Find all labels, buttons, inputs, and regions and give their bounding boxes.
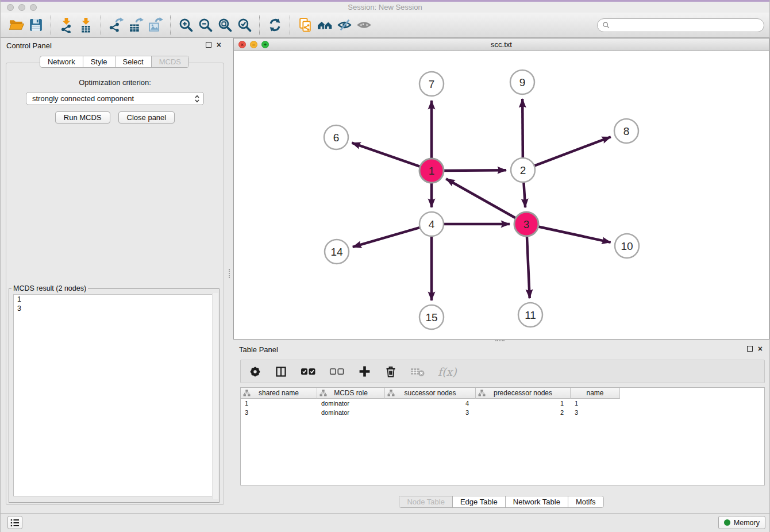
tab-edge-table[interactable]: Edge Table [453, 496, 506, 507]
zoom-out-button[interactable] [195, 15, 215, 36]
search-input[interactable] [613, 21, 759, 30]
network-window-titlebar: × − + scc.txt [234, 38, 769, 51]
zoom-selected-button[interactable] [234, 15, 254, 36]
network-window-title: scc.txt [234, 40, 769, 49]
graph-edge-2-8[interactable] [533, 137, 611, 166]
tab-select[interactable]: Select [116, 56, 152, 67]
column-header-shared-name[interactable]: shared name [241, 388, 317, 399]
delete-table-button[interactable] [410, 363, 425, 380]
delete-column-button[interactable] [384, 363, 397, 380]
tab-mcds[interactable]: MCDS [152, 56, 188, 67]
mcds-result-list[interactable]: 13 [13, 294, 215, 496]
graph-node-label: 1 [429, 165, 435, 177]
graph-node-label: 14 [330, 246, 343, 258]
splitter-handle[interactable] [229, 269, 232, 278]
table-cell: dominator [317, 399, 385, 408]
apply-function-button[interactable]: f(x) [438, 363, 457, 380]
zoom-out-icon [198, 17, 213, 33]
tab-node-table[interactable]: Node Table [399, 496, 453, 507]
select-all-rows-button[interactable] [301, 363, 316, 380]
memory-button[interactable]: Memory [718, 516, 765, 529]
open-session-button[interactable] [6, 15, 26, 36]
import-network-button[interactable] [56, 15, 76, 36]
column-tree-icon [243, 390, 251, 396]
graph-node-label: 15 [425, 311, 437, 323]
graph-edge-1-6[interactable] [352, 143, 421, 167]
toolbar-separator [170, 16, 171, 35]
export-image-icon [148, 17, 163, 33]
export-table-button[interactable] [126, 15, 145, 36]
graph-edge-3-1[interactable] [446, 179, 517, 218]
mcds-result-item: 1 [14, 295, 214, 304]
graph-node-label: 11 [525, 309, 536, 321]
clone-network-button[interactable] [295, 15, 315, 36]
export-image-button[interactable] [145, 15, 165, 36]
table-panel-float-icon[interactable] [747, 346, 753, 352]
toggle-column-panel-button[interactable] [275, 363, 287, 380]
houses-icon [317, 17, 333, 33]
hide-selected-button[interactable] [334, 15, 354, 36]
open-folder-icon [9, 17, 24, 33]
column-header-name[interactable]: name [571, 388, 620, 399]
graph-edge-1-2[interactable] [442, 170, 506, 171]
table-cell: 3 [571, 408, 620, 417]
toolbar-separator [290, 16, 290, 35]
import-table-button[interactable] [76, 15, 95, 36]
run-mcds-button[interactable]: Run MCDS [55, 111, 110, 124]
task-history-button[interactable] [7, 516, 22, 529]
apply-layout-button[interactable] [265, 15, 284, 36]
graph-edge-2-9[interactable] [522, 99, 523, 159]
tab-style[interactable]: Style [83, 56, 116, 67]
app-title: Session: New Session [1, 3, 769, 11]
tab-motifs[interactable]: Motifs [568, 496, 603, 507]
control-panel-float-icon[interactable] [206, 42, 211, 48]
column-header-predecessor-nodes[interactable]: predecessor nodes [476, 388, 571, 399]
zoom-fit-button[interactable] [215, 15, 234, 36]
table-panel-tabs: Node TableEdge TableNetwork TableMotifs [399, 496, 603, 508]
mcds-result-box: MCDS result (2 nodes) 13 [9, 284, 220, 503]
fx-icon: f(x) [438, 365, 457, 378]
first-neighbors-button[interactable] [315, 15, 334, 36]
mcds-result-title: MCDS result (2 nodes) [11, 284, 88, 292]
column-header-MCDS-role[interactable]: MCDS role [317, 388, 385, 399]
save-session-button[interactable] [26, 15, 45, 36]
graph-edge-3-10[interactable] [537, 226, 611, 242]
graph-node-label: 9 [519, 76, 526, 88]
result-scrollbar[interactable] [212, 293, 218, 499]
mcds-result-item: 3 [14, 304, 214, 313]
criterion-value: strongly connected component [32, 94, 194, 103]
table-cell: 3 [241, 408, 317, 417]
graph-edge-3-11[interactable] [527, 235, 530, 298]
zoom-in-button[interactable] [176, 15, 195, 36]
tab-network[interactable]: Network [40, 56, 83, 67]
table-panel-close-icon[interactable]: × [758, 346, 763, 352]
table-row[interactable]: 1dominator411 [241, 399, 764, 408]
deselect-all-rows-button[interactable] [329, 363, 345, 380]
status-bar: Memory [1, 513, 769, 532]
vertical-splitter[interactable] [228, 38, 233, 513]
table-cell: 3 [385, 408, 476, 417]
graph-edge-4-14[interactable] [353, 227, 421, 247]
eye-icon [356, 17, 372, 33]
toolbar-separator [259, 16, 260, 35]
application-window: Session: New Session [0, 0, 770, 532]
mcds-panel: Optimization criterion: strongly connect… [6, 63, 224, 505]
add-column-button[interactable] [358, 363, 371, 380]
export-network-button[interactable] [106, 15, 126, 36]
graph-node-label: 8 [623, 125, 630, 137]
criterion-dropdown[interactable]: strongly connected component [26, 92, 204, 105]
close-panel-button[interactable]: Close panel [118, 111, 175, 124]
column-header-successor-nodes[interactable]: successor nodes [385, 388, 476, 399]
tab-network-table[interactable]: Network Table [506, 496, 568, 507]
network-graph: 1234678910111415 [234, 51, 769, 339]
delete-table-icon [410, 366, 425, 377]
network-canvas[interactable]: 1234678910111415 [234, 51, 769, 339]
control-panel-close-icon[interactable]: × [217, 42, 221, 48]
column-panel-icon [275, 365, 287, 378]
table-panel: Table Panel × [233, 342, 769, 513]
show-all-button[interactable] [354, 15, 374, 36]
table-row[interactable]: 3dominator323 [241, 408, 764, 417]
table-options-button[interactable] [249, 363, 261, 380]
import-table-icon [78, 17, 94, 33]
graph-edge-2-3[interactable] [523, 181, 525, 207]
